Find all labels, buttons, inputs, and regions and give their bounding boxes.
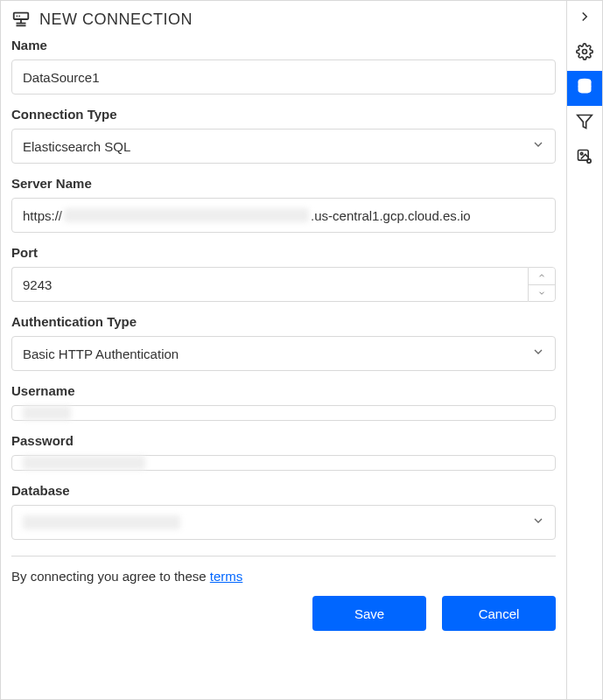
connection-type-select[interactable]: Elasticsearch SQL [11, 129, 556, 164]
database-icon [576, 78, 593, 99]
svg-point-11 [587, 159, 591, 163]
connection-type-label: Connection Type [11, 107, 556, 122]
server-name-label: Server Name [11, 176, 556, 191]
sidebar-image-settings[interactable] [567, 141, 602, 176]
username-input[interactable] [11, 405, 556, 421]
connection-type-value: Elasticsearch SQL [23, 139, 130, 154]
database-redacted [23, 515, 180, 529]
server-name-prefix: https:// [23, 208, 62, 223]
svg-rect-0 [14, 13, 29, 19]
password-redacted [23, 456, 145, 470]
port-step-down[interactable] [529, 285, 555, 302]
server-name-input[interactable]: https:// .us-central1.gcp.cloud.es.io [11, 198, 556, 233]
terms-row: By connecting you agree to these terms [11, 569, 556, 584]
terms-link[interactable]: terms [210, 569, 243, 584]
right-sidebar [567, 1, 602, 699]
funnel-icon [576, 113, 593, 134]
sidebar-collapse[interactable] [567, 1, 602, 36]
username-redacted [23, 406, 71, 420]
server-name-redacted [64, 208, 309, 222]
auth-type-value: Basic HTTP Authentication [23, 346, 179, 361]
username-label: Username [11, 383, 556, 398]
database-select[interactable] [11, 505, 556, 540]
sidebar-datasource[interactable] [567, 71, 602, 106]
panel-header: NEW CONNECTION [11, 10, 556, 29]
svg-marker-8 [578, 116, 592, 129]
name-label: Name [11, 38, 556, 52]
auth-type-label: Authentication Type [11, 314, 556, 329]
connection-icon [11, 10, 31, 29]
divider [11, 556, 556, 556]
svg-point-10 [580, 152, 583, 155]
cancel-button[interactable]: Cancel [442, 596, 556, 631]
sidebar-settings[interactable] [567, 36, 602, 71]
svg-point-6 [583, 50, 587, 54]
terms-text: By connecting you agree to these [11, 569, 210, 584]
port-step-up[interactable] [529, 268, 555, 285]
panel-title: NEW CONNECTION [39, 10, 193, 29]
image-gear-icon [576, 148, 593, 169]
password-input[interactable] [11, 455, 556, 471]
database-label: Database [11, 483, 556, 498]
password-label: Password [11, 433, 556, 448]
auth-type-select[interactable]: Basic HTTP Authentication [11, 336, 556, 371]
port-input[interactable] [11, 267, 528, 302]
name-input[interactable] [11, 60, 556, 94]
save-button[interactable]: Save [312, 596, 426, 631]
chevron-right-icon [577, 9, 592, 28]
sidebar-filter[interactable] [567, 106, 602, 141]
server-name-suffix: .us-central1.gcp.cloud.es.io [311, 208, 471, 223]
port-label: Port [11, 245, 556, 260]
main-panel: NEW CONNECTION Name Connection Type Elas… [1, 1, 567, 699]
gear-icon [576, 43, 593, 64]
